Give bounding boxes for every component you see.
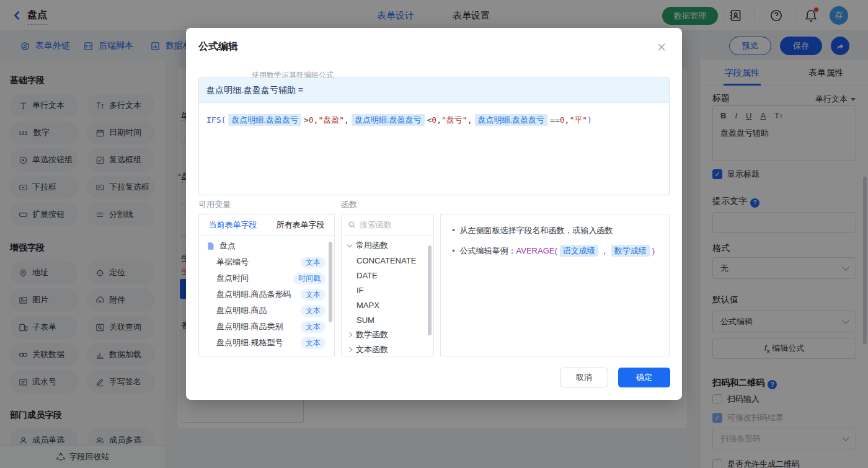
- type-badge: 文本: [301, 257, 326, 268]
- example-field-chip: 语文成绩: [560, 245, 598, 257]
- close-icon[interactable]: [655, 40, 668, 54]
- chevron-right-icon: [347, 347, 352, 352]
- formula-editor: 盘点明细.盘盈盘亏辅助 = IFS(盘点明细.盘盈盘亏>0,"盘盈",盘点明细.…: [198, 77, 670, 195]
- function-group-common[interactable]: 常用函数: [342, 238, 433, 253]
- function-item[interactable]: MAPX: [342, 298, 433, 312]
- function-item[interactable]: DATE: [342, 268, 433, 283]
- tab-current-form-fields[interactable]: 当前表单字段: [199, 214, 267, 235]
- cancel-button[interactable]: 取消: [560, 368, 608, 387]
- function-item[interactable]: SUM: [342, 312, 433, 327]
- example-field-chip: 数学成绩: [611, 245, 650, 257]
- formula-token: >: [304, 115, 309, 125]
- type-badge: 文本: [301, 337, 326, 349]
- variables-root-node[interactable]: 盘点: [199, 238, 334, 254]
- function-item[interactable]: CONCATENATE: [342, 253, 433, 268]
- confirm-button[interactable]: 确定: [618, 368, 670, 387]
- formula-token: IFS(: [206, 115, 226, 125]
- formula-token: ,: [344, 115, 349, 125]
- formula-input[interactable]: IFS(盘点明细.盘盈盘亏>0,"盘盈",盘点明细.盘盈盘亏<0,"盘亏",盘点…: [199, 103, 669, 138]
- type-badge: 时间戳: [293, 273, 326, 285]
- variable-row[interactable]: 盘点时间时间戳: [199, 270, 334, 286]
- formula-token: ,: [467, 115, 472, 125]
- function-group-text[interactable]: 文本函数: [342, 342, 433, 356]
- type-badge: 文本: [301, 321, 326, 333]
- formula-token: "盘盈": [318, 115, 344, 125]
- bullet: •: [452, 246, 455, 255]
- functions-panel: 搜索函数 常用函数 CONCATENATE DATE IF MAPX SUM 数…: [341, 214, 434, 356]
- example-function: AVERAGE(: [516, 246, 557, 255]
- function-group-math[interactable]: 数学函数: [342, 327, 433, 342]
- formula-token: 0: [560, 115, 565, 125]
- formula-token: 0: [309, 115, 314, 125]
- formula-edit-modal: 公式编辑 使用数学运算符编辑公式 盘点明细.盘盈盘亏辅助 = IFS(盘点明细.…: [186, 28, 682, 400]
- modal-title: 公式编辑: [198, 40, 238, 53]
- variables-label: 可用变量: [198, 199, 231, 210]
- help-line-2: •公式编辑举例：AVERAGE(语文成绩，数学成绩): [450, 245, 660, 257]
- formula-token: ,: [436, 115, 441, 125]
- tab-all-form-fields[interactable]: 所有表单字段: [267, 214, 334, 235]
- search-icon: [348, 221, 356, 229]
- variable-row[interactable]: 盘点明细.规格型号文本: [199, 335, 334, 351]
- formula-field-chip[interactable]: 盘点明细.盘盈盘亏: [352, 114, 425, 126]
- formula-field-chip[interactable]: 盘点明细.盘盈盘亏: [228, 114, 301, 126]
- variable-row[interactable]: 盘点明细.商品条形码文本: [199, 286, 334, 302]
- variables-scrollbar[interactable]: [329, 242, 332, 322]
- function-item[interactable]: IF: [342, 283, 433, 298]
- chevron-right-icon: [347, 332, 352, 337]
- variable-row[interactable]: 单据编号文本: [199, 254, 334, 270]
- formula-help-panel: •从左侧面板选择字段名和函数，或输入函数 •公式编辑举例：AVERAGE(语文成…: [440, 214, 670, 356]
- variables-tabs: 当前表单字段 所有表单字段: [199, 214, 334, 236]
- form-file-icon: [206, 242, 215, 250]
- bullet: •: [452, 226, 455, 235]
- variable-row[interactable]: 盘点明细.商品文本: [199, 302, 334, 319]
- type-badge: 文本: [301, 289, 326, 301]
- formula-target: 盘点明细.盘盈盘亏辅助 =: [199, 78, 669, 103]
- formula-token: ): [587, 115, 592, 125]
- formula-token: ==: [550, 115, 560, 125]
- functions-label: 函数: [341, 199, 357, 210]
- formula-token: 0: [432, 115, 436, 125]
- formula-token: "盘亏": [441, 115, 467, 125]
- variable-row[interactable]: 盘点明细.商品类别文本: [199, 319, 334, 335]
- help-line-1: •从左侧面板选择字段名和函数，或输入函数: [450, 224, 660, 237]
- type-badge: 文本: [301, 305, 326, 317]
- formula-token: "平": [569, 115, 587, 125]
- example-function: ): [652, 246, 655, 255]
- formula-field-chip[interactable]: 盘点明细.盘盈盘亏: [475, 114, 548, 126]
- variables-panel: 当前表单字段 所有表单字段 盘点 单据编号文本 盘点时间时间戳 盘点明细.商品条…: [198, 214, 335, 356]
- functions-scrollbar[interactable]: [428, 245, 432, 335]
- chevron-down-icon: [347, 242, 352, 247]
- function-search-input[interactable]: 搜索函数: [342, 214, 433, 236]
